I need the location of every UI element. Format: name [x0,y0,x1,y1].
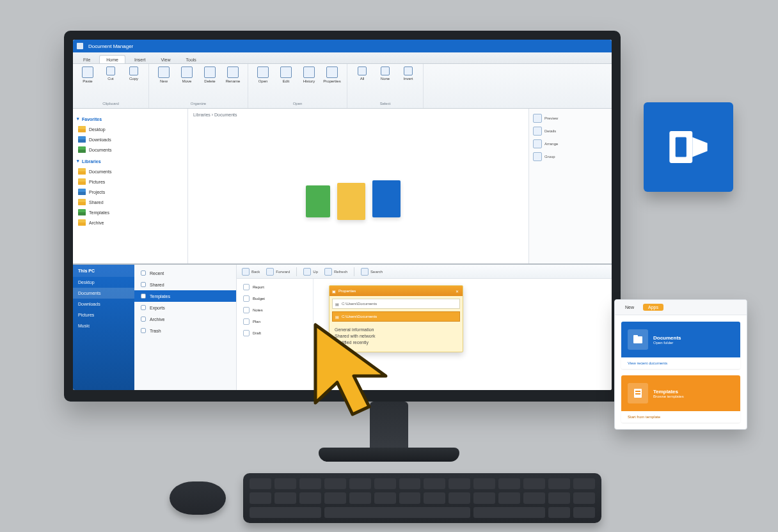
forward-button[interactable]: Forward [266,268,290,276]
explorer-toolbar: Back Forward Up Refresh Search [237,265,612,279]
nav-header-favorites[interactable]: ▾ Favorites [77,116,184,121]
square-icon [533,152,542,161]
ribbon-tab-view[interactable]: View [154,56,177,63]
panel-tab-apps[interactable]: Apps [643,304,663,311]
refresh-icon [324,268,332,276]
bottom-window: This PC Desktop Documents Downloads Pict… [73,263,612,390]
cmd-rename[interactable]: Rename [223,66,242,83]
popup-titlebar[interactable]: ▣ Properties ✕ [329,286,463,296]
sidebar-item[interactable]: Documents [73,288,134,299]
arrow-left-icon [242,268,250,276]
ribbon-tab-insert[interactable]: Insert [128,56,152,63]
cmd-edit[interactable]: Edit [276,66,296,83]
template-icon [628,383,648,403]
refresh-button[interactable]: Refresh [324,268,347,276]
svg-marker-3 [692,137,707,157]
svg-rect-2 [676,137,687,157]
search-icon [361,268,369,276]
nav-item[interactable]: Projects [75,187,185,197]
tool-row[interactable]: Details [533,127,608,136]
cmd-open[interactable]: Open [253,66,273,83]
up-button[interactable]: Up [303,268,318,276]
cmd-delete[interactable]: Delete [200,66,219,83]
cmd-copy[interactable]: Copy [124,66,143,83]
arrow-up-icon [303,268,311,276]
ribbon-group-organize: New Move Delete Rename Organize [149,64,248,108]
sidebar-item[interactable]: Desktop [73,277,134,288]
explorer-sidebar: This PC Desktop Documents Downloads Pict… [73,265,134,390]
cmd-paste[interactable]: Paste [78,66,97,83]
address-field[interactable]: ▤ C:\Users\Documents [332,299,460,309]
doc-icon [306,185,330,217]
cmd-select-none[interactable]: None [376,66,395,81]
list-item[interactable]: Plan [237,316,313,327]
chevron-down-icon: ▾ [77,159,79,164]
panel-tab-new[interactable]: New [620,304,639,311]
ribbon-tab-tools[interactable]: Tools [180,56,203,63]
monitor-stand [370,402,408,451]
content-pane: Libraries › Documents [188,109,528,276]
mid-item[interactable]: Recent [134,267,236,279]
ribbon-tab-file[interactable]: File [77,56,97,63]
list-item[interactable]: Notes [237,304,313,316]
ribbon-group-open: Open Edit History Properties Open [248,64,347,108]
nav-item-documents[interactable]: Documents [75,145,185,155]
explorer-mid-list: Recent Shared Templates Exports Archive … [134,265,237,390]
drive-icon: ▤ [335,302,339,306]
nav-item[interactable]: Pictures [75,176,185,187]
monitor-base [319,448,459,462]
explorer-main: Back Forward Up Refresh Search Report Bu… [237,265,612,390]
cmd-select-invert[interactable]: Invert [399,66,418,81]
address-field-highlighted[interactable]: ▤ C:\Users\Documents [332,311,460,322]
nav-item-downloads[interactable]: Downloads [75,134,185,145]
svg-rect-5 [633,335,638,338]
sidebar-item[interactable]: Pictures [73,309,134,320]
app-icon [77,43,83,49]
top-window-body: ▾ Favorites Desktop Downloads Documents … [73,109,612,276]
panel-card-templates[interactable]: Templates Browse templates Start from te… [621,375,740,423]
list-item[interactable]: Report [237,281,313,293]
sidebar-item[interactable]: Downloads [73,299,134,309]
nav-header-libraries[interactable]: ▾ Libraries [77,159,184,164]
tool-row[interactable]: Arrange [533,139,608,148]
back-button[interactable]: Back [242,268,260,276]
square-icon [533,114,542,123]
chevron-down-icon: ▾ [77,116,79,121]
breadcrumb[interactable]: Libraries › Documents [193,113,523,117]
explorer-center: ▣ Properties ✕ ▤ C:\Users\Documents ▤ C:… [314,279,612,390]
nav-item[interactable]: Shared [75,197,185,207]
mid-item-selected[interactable]: Templates [134,290,236,302]
ribbon-tab-home[interactable]: Home [99,55,125,63]
drive-icon: ▤ [335,315,339,319]
mid-item[interactable]: Shared [134,279,236,290]
tool-row[interactable]: Group [533,152,608,161]
details-pane: Preview Details Arrange Group [528,109,612,276]
nav-item[interactable]: Archive [75,217,185,228]
mid-item[interactable]: Archive [134,313,236,325]
tool-row[interactable]: Preview [533,114,608,123]
nav-item[interactable]: Templates [75,207,185,217]
cmd-cut[interactable]: Cut [101,66,120,83]
ribbon-group-clipboard: Paste Cut Copy Clipboard [73,64,149,108]
top-window: Document Manager File Home Insert View T… [73,40,612,276]
mid-item[interactable]: Trash [134,325,236,336]
cmd-select-all[interactable]: All [353,66,372,81]
floating-panel: New Apps Documents Open folder View rece… [614,299,747,430]
panel-card-documents[interactable]: Documents Open folder View recent docume… [621,322,740,369]
cmd-new[interactable]: New [154,66,173,83]
list-item[interactable]: Budget [237,293,313,304]
cmd-history[interactable]: History [299,66,319,83]
cmd-properties[interactable]: Properties [322,66,342,83]
close-icon[interactable]: ✕ [454,288,460,294]
cmd-move[interactable]: Move [177,66,196,83]
list-item[interactable]: Draft [237,327,313,339]
nav-item[interactable]: Documents [75,166,185,176]
folder-icon: ▣ [332,289,336,293]
ribbon-tabs: File Home Insert View Tools [73,52,612,64]
search-button[interactable]: Search [361,268,383,276]
folder-icon [628,329,648,350]
square-icon [533,127,542,136]
sidebar-item[interactable]: Music [73,320,134,331]
mid-item[interactable]: Exports [134,302,236,313]
nav-item-desktop[interactable]: Desktop [75,124,185,134]
